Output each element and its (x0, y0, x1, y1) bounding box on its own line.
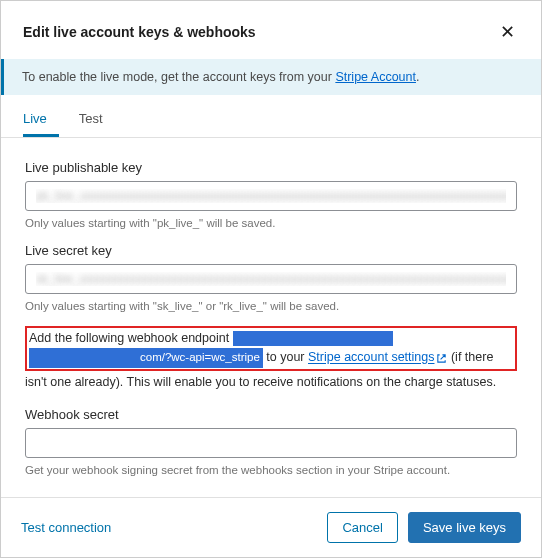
banner-text-prefix: To enable the live mode, get the account… (22, 70, 335, 84)
stripe-settings-link[interactable]: Stripe account settings (308, 351, 434, 365)
secret-key-input[interactable] (25, 264, 517, 294)
close-button[interactable]: ✕ (496, 21, 519, 43)
test-connection-link[interactable]: Test connection (21, 520, 111, 535)
pub-key-hint: Only values starting with "pk_live_" wil… (25, 217, 517, 229)
info-banner: To enable the live mode, get the account… (1, 59, 541, 95)
secret-key-label: Live secret key (25, 243, 517, 258)
save-button[interactable]: Save live keys (408, 512, 521, 543)
webhook-secret-input[interactable] (25, 428, 517, 458)
modal-title: Edit live account keys & webhooks (23, 24, 256, 40)
webhook-secret-hint: Get your webhook signing secret from the… (25, 464, 517, 476)
redacted-url-segment (233, 331, 393, 346)
webhook-after1: (if there (447, 351, 493, 365)
webhook-follow-text: isn't one already). This will enable you… (25, 373, 517, 392)
pub-key-input[interactable] (25, 181, 517, 211)
tabs: Live Test (1, 101, 541, 138)
cancel-button[interactable]: Cancel (327, 512, 397, 543)
text-cursor-icon (142, 158, 143, 172)
webhook-intro: Add the following webhook endpoint (29, 331, 233, 345)
stripe-account-link[interactable]: Stripe Account (335, 70, 416, 84)
webhook-url-fragment: com/?wc-api=wc_stripe (140, 351, 260, 363)
webhook-mid: to your (263, 351, 308, 365)
pub-key-label: Live publishable key (25, 158, 517, 175)
redacted-url-row: com/?wc-api=wc_stripe (29, 348, 263, 368)
tab-live[interactable]: Live (23, 101, 59, 137)
tab-test[interactable]: Test (79, 101, 115, 137)
webhook-secret-label: Webhook secret (25, 407, 517, 422)
webhook-highlight-box: Add the following webhook endpoint com/?… (25, 326, 517, 371)
external-link-icon (436, 353, 447, 364)
banner-text-suffix: . (416, 70, 419, 84)
secret-key-hint: Only values starting with "sk_live_" or … (25, 300, 517, 312)
